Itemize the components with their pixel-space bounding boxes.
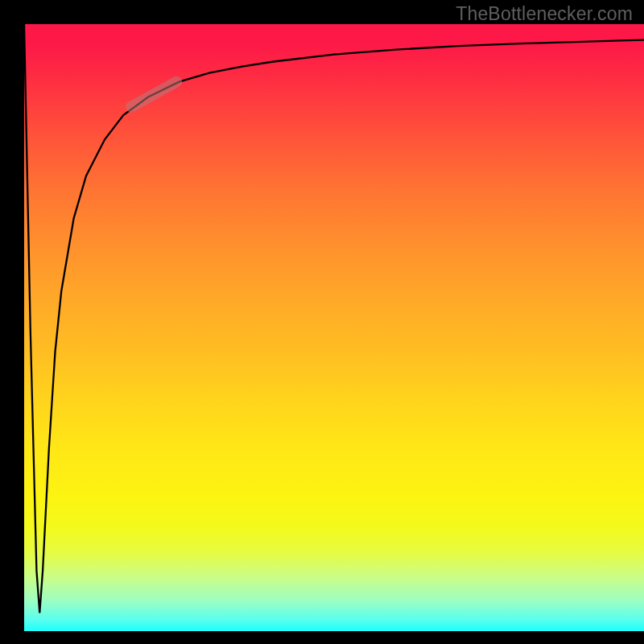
background-gradient (24, 24, 644, 631)
watermark-text: TheBottlenecker.com (456, 3, 633, 25)
plot-area (24, 24, 644, 631)
chart-frame: TheBottlenecker.com (0, 0, 644, 644)
